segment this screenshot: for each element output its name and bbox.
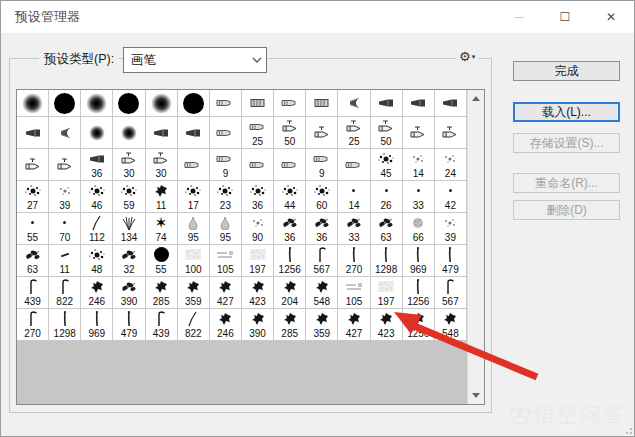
brush-preset[interactable]: 359 (178, 277, 210, 309)
brush-preset[interactable] (81, 90, 113, 117)
brush-preset[interactable] (242, 90, 274, 117)
brush-preset[interactable] (49, 149, 81, 181)
preset-menu-button[interactable]: ⚙ ▾ (456, 48, 478, 66)
brush-preset[interactable]: 423 (371, 309, 403, 341)
brush-preset[interactable]: 197 (371, 277, 403, 309)
brush-preset[interactable] (274, 90, 306, 117)
brush-preset[interactable]: 60 (306, 181, 338, 213)
brush-preset[interactable]: 26 (371, 181, 403, 213)
brush-preset[interactable]: 105 (338, 277, 370, 309)
close-button[interactable]: ✕ (588, 1, 634, 33)
brush-preset[interactable]: 42 (435, 181, 467, 213)
brush-preset[interactable]: 439 (146, 309, 178, 341)
brush-preset[interactable]: 285 (274, 309, 306, 341)
brush-preset[interactable] (113, 117, 145, 149)
brush-preset[interactable] (210, 90, 242, 117)
brush-preset[interactable] (81, 117, 113, 149)
brush-preset[interactable]: 822 (49, 277, 81, 309)
brush-preset[interactable]: 70 (49, 213, 81, 245)
brush-preset[interactable]: 55 (146, 245, 178, 277)
brush-preset[interactable]: 969 (81, 309, 113, 341)
brush-preset[interactable]: 1256 (274, 245, 306, 277)
brush-preset[interactable]: 30 (113, 149, 145, 181)
brush-preset[interactable]: 105 (210, 245, 242, 277)
brush-preset[interactable]: 90 (242, 213, 274, 245)
brush-preset[interactable]: 548 (306, 277, 338, 309)
brush-preset[interactable]: 11 (146, 181, 178, 213)
brush-preset[interactable] (113, 90, 145, 117)
brush-preset[interactable] (242, 149, 274, 181)
brush-preset[interactable] (49, 117, 81, 149)
maximize-button[interactable]: ☐ (542, 1, 588, 33)
brush-preset[interactable] (178, 90, 210, 117)
brush-preset[interactable]: 9 (306, 149, 338, 181)
load-button[interactable]: 载入(L)... (513, 102, 620, 122)
brush-preset[interactable]: 14 (403, 149, 435, 181)
brush-preset[interactable] (178, 117, 210, 149)
brush-preset[interactable] (338, 90, 370, 117)
brush-preset[interactable]: 479 (113, 309, 145, 341)
brush-preset[interactable]: 479 (435, 245, 467, 277)
brush-preset[interactable]: 270 (338, 245, 370, 277)
brush-preset[interactable]: 390 (113, 277, 145, 309)
brush-preset[interactable]: 39 (435, 213, 467, 245)
done-button[interactable]: 完成 (513, 61, 620, 81)
brush-preset[interactable]: 50 (274, 117, 306, 149)
brush-preset[interactable]: 59 (113, 181, 145, 213)
brush-preset[interactable]: 50 (371, 117, 403, 149)
brush-preset[interactable]: 100 (178, 245, 210, 277)
brush-preset[interactable] (403, 90, 435, 117)
brush-preset[interactable]: 30 (146, 149, 178, 181)
brush-preset[interactable] (274, 149, 306, 181)
brush-preset[interactable]: 246 (81, 277, 113, 309)
brush-preset[interactable]: 55 (17, 213, 49, 245)
brush-preset[interactable]: 390 (242, 309, 274, 341)
brush-preset[interactable]: 48 (81, 245, 113, 277)
brush-preset[interactable]: 567 (435, 277, 467, 309)
brush-preset[interactable]: 25 (242, 117, 274, 149)
brush-preset[interactable]: 23 (210, 181, 242, 213)
brush-preset[interactable]: 63 (371, 213, 403, 245)
brush-preset[interactable] (146, 117, 178, 149)
brush-preset[interactable]: 197 (242, 245, 274, 277)
brush-preset[interactable]: 427 (210, 277, 242, 309)
brush-preset[interactable]: 285 (146, 277, 178, 309)
preset-type-dropdown[interactable]: 画笔 (123, 47, 267, 73)
brush-preset[interactable]: 63 (17, 245, 49, 277)
brush-preset[interactable]: 46 (81, 181, 113, 213)
brush-preset[interactable]: 1298 (371, 245, 403, 277)
brush-preset[interactable]: 27 (17, 181, 49, 213)
brush-preset[interactable] (338, 149, 370, 181)
scrollbar[interactable] (467, 90, 484, 404)
brush-preset[interactable] (146, 90, 178, 117)
brush-preset[interactable]: 112 (81, 213, 113, 245)
brush-preset[interactable] (306, 117, 338, 149)
brush-preset[interactable]: 9 (210, 149, 242, 181)
brush-preset[interactable]: 95 (210, 213, 242, 245)
brush-preset[interactable]: 33 (338, 213, 370, 245)
brush-preset[interactable] (17, 149, 49, 181)
brush-preset[interactable]: 24 (435, 149, 467, 181)
scroll-up-button[interactable] (468, 91, 484, 106)
brush-preset[interactable] (178, 149, 210, 181)
brush-preset[interactable]: 548 (435, 309, 467, 341)
brush-preset[interactable] (403, 117, 435, 149)
brush-preset[interactable]: 44 (274, 181, 306, 213)
brush-preset[interactable]: 822 (178, 309, 210, 341)
brush-preset[interactable]: 11 (49, 245, 81, 277)
brush-preset[interactable]: 1256 (403, 277, 435, 309)
brush-preset[interactable]: 1256 (403, 309, 435, 341)
brush-preset[interactable]: 1298 (49, 309, 81, 341)
scroll-down-button[interactable] (468, 388, 484, 403)
brush-preset[interactable]: 439 (17, 277, 49, 309)
brush-preset[interactable] (17, 117, 49, 149)
brush-preset[interactable]: 36 (81, 149, 113, 181)
brush-preset[interactable]: 969 (403, 245, 435, 277)
brush-preset[interactable] (435, 117, 467, 149)
minimize-button[interactable]: ─ (496, 1, 542, 33)
brush-preset[interactable]: 25 (338, 117, 370, 149)
brush-preset[interactable]: 427 (338, 309, 370, 341)
brush-preset[interactable]: 359 (306, 309, 338, 341)
brush-preset[interactable]: 36 (242, 181, 274, 213)
brush-preset[interactable]: 134 (113, 213, 145, 245)
